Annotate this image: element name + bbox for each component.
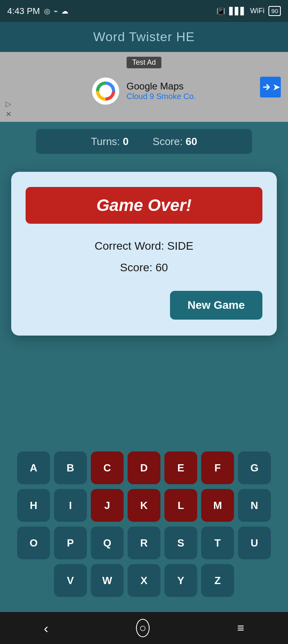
ad-content: Google Maps Cloud 9 Smoke Co. (92, 78, 196, 105)
game-over-banner: Game Over! (26, 187, 262, 224)
key-K[interactable]: K (128, 489, 160, 522)
correct-word-label: Correct Word: SIDE (26, 240, 262, 252)
signal-icon: ▋▋▋ (229, 7, 246, 16)
app-title-bar: Word Twister HE (0, 22, 288, 52)
ad-bottom-icons: ▷ ✕ (6, 99, 12, 119)
modal-score-label: Score: 60 (26, 261, 262, 274)
new-game-button[interactable]: New Game (170, 291, 262, 320)
turns-label: Turns: 0 (91, 135, 128, 148)
wifi-icon: WiFi (250, 7, 264, 15)
key-Q[interactable]: Q (91, 527, 124, 559)
modal-actions: New Game (26, 291, 262, 320)
key-A[interactable]: A (17, 451, 50, 484)
back-icon[interactable]: ‹ (44, 620, 48, 636)
status-bar-right: 📳 ▋▋▋ WiFi 90 (216, 6, 281, 16)
battery-indicator: 90 (268, 6, 281, 16)
key-W[interactable]: W (91, 564, 124, 597)
key-C[interactable]: C (91, 451, 124, 484)
ad-arrow-icon[interactable]: ➤ (260, 77, 281, 97)
whatsapp-icon: ◎ (44, 7, 50, 16)
key-B[interactable]: B (54, 451, 87, 484)
ad-subtitle: Cloud 9 Smoke Co. (126, 92, 196, 101)
nav-bar: ‹ ○ ≡ (0, 612, 288, 644)
key-D[interactable]: D (128, 451, 160, 484)
key-V[interactable]: V (54, 564, 87, 597)
score-bar: Turns: 0 Score: 60 (36, 129, 252, 154)
key-T[interactable]: T (201, 527, 234, 559)
key-S[interactable]: S (164, 527, 197, 559)
app-title: Word Twister HE (93, 30, 195, 44)
ad-company-name: Google Maps (126, 81, 196, 92)
cloud-icon: ☁ (61, 7, 68, 16)
turns-value: 0 (123, 135, 128, 147)
key-I[interactable]: I (54, 489, 87, 522)
game-over-title: Game Over! (96, 196, 192, 215)
key-Y[interactable]: Y (164, 564, 197, 597)
key-L[interactable]: L (164, 489, 197, 522)
key-U[interactable]: U (238, 527, 271, 559)
key-Z[interactable]: Z (201, 564, 234, 597)
keyboard-row-1: A B C D E F G (4, 451, 284, 484)
key-E[interactable]: E (164, 451, 197, 484)
key-X[interactable]: X (128, 564, 160, 597)
ad-play-icon: ▷ (6, 99, 12, 108)
status-bar-left: 4:43 PM ◎ ⌁ ☁ (7, 6, 68, 16)
menu-icon[interactable]: ≡ (237, 621, 244, 635)
home-icon[interactable]: ○ (136, 619, 150, 637)
ad-banner[interactable]: Test Ad Google Maps Cloud 9 Smoke Co. ➤ … (0, 52, 288, 122)
game-over-modal: Game Over! Correct Word: SIDE Score: 60 … (11, 172, 277, 336)
key-M[interactable]: M (201, 489, 234, 522)
key-P[interactable]: P (54, 527, 87, 559)
key-G[interactable]: G (238, 451, 271, 484)
status-time: 4:43 PM (7, 6, 40, 16)
ad-close-icon[interactable]: ✕ (6, 110, 12, 119)
key-N[interactable]: N (238, 489, 271, 522)
vibrate-icon: 📳 (216, 7, 225, 16)
keyboard-area: A B C D E F G H I J K L M N O P Q R S T … (0, 445, 288, 608)
keyboard-row-2: H I J K L M N (4, 489, 284, 522)
key-R[interactable]: R (128, 527, 160, 559)
key-F[interactable]: F (201, 451, 234, 484)
score-label: Score: 60 (153, 135, 197, 148)
keyboard-row-4: V W X Y Z (4, 564, 284, 597)
key-J[interactable]: J (91, 489, 124, 522)
usb-icon: ⌁ (54, 7, 58, 16)
key-O[interactable]: O (17, 527, 50, 559)
status-icons: ◎ ⌁ ☁ (44, 7, 68, 16)
keyboard-row-3: O P Q R S T U (4, 527, 284, 559)
key-H[interactable]: H (17, 489, 50, 522)
ad-logo (92, 78, 119, 105)
modal-info: Correct Word: SIDE Score: 60 (26, 240, 262, 274)
ad-label: Test Ad (126, 57, 161, 68)
score-value: 60 (186, 135, 197, 147)
status-bar: 4:43 PM ◎ ⌁ ☁ 📳 ▋▋▋ WiFi 90 (0, 0, 288, 22)
ad-text-block: Google Maps Cloud 9 Smoke Co. (126, 81, 196, 101)
